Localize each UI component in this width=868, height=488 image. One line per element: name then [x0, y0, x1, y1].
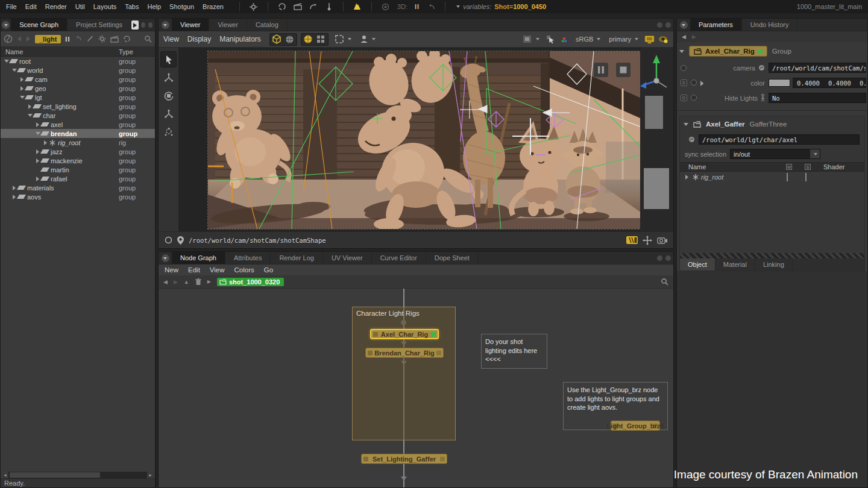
- tree-row-char[interactable]: chargroup: [1, 111, 155, 120]
- state-icon[interactable]: [691, 95, 697, 101]
- camera-field[interactable]: /root/world/cam/shotCam/s: [769, 63, 866, 73]
- marquee-selector[interactable]: [335, 34, 351, 44]
- tree-row-mackenzie[interactable]: mackenziegroup: [1, 156, 155, 165]
- node-light_group_brz6[interactable]: Light_Group_brz6: [611, 421, 660, 431]
- panel-handle[interactable]: [1, 19, 11, 31]
- clapperboard-icon[interactable]: [110, 36, 119, 43]
- tree-row-root[interactable]: rootgroup: [1, 57, 155, 66]
- resize-hatch[interactable]: [680, 253, 864, 258]
- refresh-icon[interactable]: [74, 35, 82, 43]
- variables-control[interactable]: variables: Shot=1000_0450: [455, 3, 546, 10]
- viewer-camera-path[interactable]: /root/world/cam/shotCam/shotCamShape: [189, 237, 621, 244]
- tree-row-axel[interactable]: axelgroup: [1, 120, 155, 129]
- select-tool[interactable]: [160, 51, 177, 67]
- undo-icon[interactable]: [426, 2, 436, 11]
- sync-icon[interactable]: [277, 2, 287, 11]
- search-icon[interactable]: [661, 278, 668, 286]
- color-b[interactable]: 0.: [860, 80, 866, 87]
- expander-expanded-icon[interactable]: [34, 132, 41, 135]
- panel-close-button[interactable]: [148, 22, 153, 28]
- column-solo-icon[interactable]: S: [805, 164, 811, 170]
- tab-viewer-1[interactable]: Viewer: [172, 19, 209, 31]
- nodegraph-group-box[interactable]: Character Light Rigs: [352, 307, 456, 440]
- menu-brazen[interactable]: Brazen: [203, 3, 224, 10]
- menu-help[interactable]: Help: [147, 3, 161, 10]
- node2-name[interactable]: Axel_Gaffer: [706, 120, 745, 128]
- layout-grid-icon[interactable]: [316, 34, 326, 45]
- sync-icon[interactable]: [123, 35, 131, 43]
- viewport-stop-button[interactable]: [616, 63, 631, 77]
- tree-row-rafael[interactable]: rafaelgroup: [1, 174, 155, 183]
- tab-render-log[interactable]: Render Log: [271, 252, 323, 264]
- panel-float-button[interactable]: [656, 255, 663, 261]
- state-icon[interactable]: [681, 65, 687, 71]
- camera-person-selector[interactable]: [360, 35, 376, 43]
- tab-parameters[interactable]: Parameters: [690, 19, 742, 31]
- display-view-dropdown[interactable]: primary: [609, 36, 638, 43]
- panel-float-button[interactable]: [656, 22, 663, 28]
- expander-icon[interactable]: [679, 50, 684, 53]
- tree-row-world[interactable]: worldgroup: [1, 66, 155, 75]
- hide-lights-field[interactable]: No: [769, 93, 866, 103]
- column-name[interactable]: Name: [680, 163, 786, 170]
- gaffer-row-rig_root[interactable]: rig_root: [680, 172, 864, 182]
- menu-manipulators[interactable]: Manipulators: [219, 35, 261, 43]
- menu-shotgun[interactable]: Shotgun: [169, 3, 194, 10]
- column-type[interactable]: Type: [119, 48, 155, 55]
- globe-icon[interactable]: [285, 34, 295, 45]
- scenegraph-link-icon[interactable]: [688, 136, 695, 143]
- nav-enter-icon[interactable]: ▶: [207, 279, 211, 284]
- render-mode-selector[interactable]: [523, 35, 539, 43]
- tab-node-graph[interactable]: Node Graph: [172, 252, 225, 264]
- panel-menu-icon[interactable]: [162, 21, 169, 29]
- look-through-icon[interactable]: [165, 236, 172, 244]
- nav-back-icon[interactable]: ◀: [163, 279, 168, 285]
- gear-icon[interactable]: [249, 2, 259, 11]
- menu-edit[interactable]: Edit: [188, 266, 200, 274]
- tree-row-set_lighting[interactable]: set_lightinggroup: [1, 102, 155, 111]
- scroll-left-icon[interactable]: ◂: [2, 472, 8, 478]
- viewport[interactable]: [178, 48, 673, 231]
- search-icon[interactable]: [144, 35, 152, 43]
- viewport-pause-button[interactable]: [594, 63, 608, 77]
- forward-icon[interactable]: [26, 36, 31, 42]
- nav-up-icon[interactable]: ▲: [184, 279, 189, 285]
- column-name[interactable]: Name: [1, 48, 119, 55]
- menu-display[interactable]: Display: [187, 35, 211, 43]
- expander-collapsed-icon[interactable]: [42, 140, 49, 145]
- horizontal-scrollbar[interactable]: ◂ ▸: [2, 472, 154, 478]
- menu-util[interactable]: Util: [75, 3, 85, 10]
- tree-row-cam[interactable]: camgroup: [1, 75, 155, 84]
- menu-view[interactable]: View: [163, 35, 179, 43]
- gear-icon[interactable]: [98, 35, 106, 43]
- panel-menu-icon[interactable]: [162, 254, 169, 262]
- tab-overflow-button[interactable]: [131, 20, 139, 30]
- tree-row-martin[interactable]: martingroup: [1, 165, 155, 174]
- panel-handle[interactable]: [159, 19, 172, 31]
- tab-curve-editor[interactable]: Curve Editor: [372, 252, 426, 264]
- scroll-right-icon[interactable]: ▸: [147, 472, 154, 478]
- scrollbar-thumb[interactable]: [10, 472, 100, 478]
- tree-row-aovs[interactable]: aovsgroup: [1, 192, 155, 201]
- monitor-icon[interactable]: [644, 34, 655, 45]
- tab-dope-sheet[interactable]: Dope Sheet: [426, 252, 479, 264]
- expander-expanded-icon[interactable]: [19, 96, 25, 99]
- scenegraph-link-icon[interactable]: [758, 64, 765, 71]
- color-r[interactable]: 0.4000: [797, 80, 820, 87]
- pause-indicator[interactable]: II: [415, 3, 420, 10]
- menu-colors[interactable]: Colors: [234, 266, 254, 274]
- person-toggle-icon[interactable]: [761, 94, 765, 102]
- menu-tabs[interactable]: Tabs: [125, 3, 139, 10]
- tab-uv-viewer[interactable]: UV Viewer: [323, 252, 372, 264]
- translate-tool[interactable]: [160, 69, 177, 86]
- node-set_lighting_gaffer[interactable]: Set_Lighting_Gaffer: [361, 454, 447, 464]
- tree-row-lgt[interactable]: lgtgroup: [1, 93, 155, 102]
- column-mute-icon[interactable]: M: [786, 164, 792, 170]
- scene-graph-filter-field[interactable]: _light: [35, 35, 61, 43]
- expander-expanded-icon[interactable]: [3, 60, 10, 63]
- panel-handle[interactable]: [677, 19, 690, 31]
- tab-object[interactable]: Object: [680, 258, 715, 271]
- tab-project-settings[interactable]: Project Settings: [68, 19, 131, 31]
- colorspace-dropdown[interactable]: sRGB: [576, 36, 600, 43]
- rotate-tool[interactable]: [160, 87, 177, 104]
